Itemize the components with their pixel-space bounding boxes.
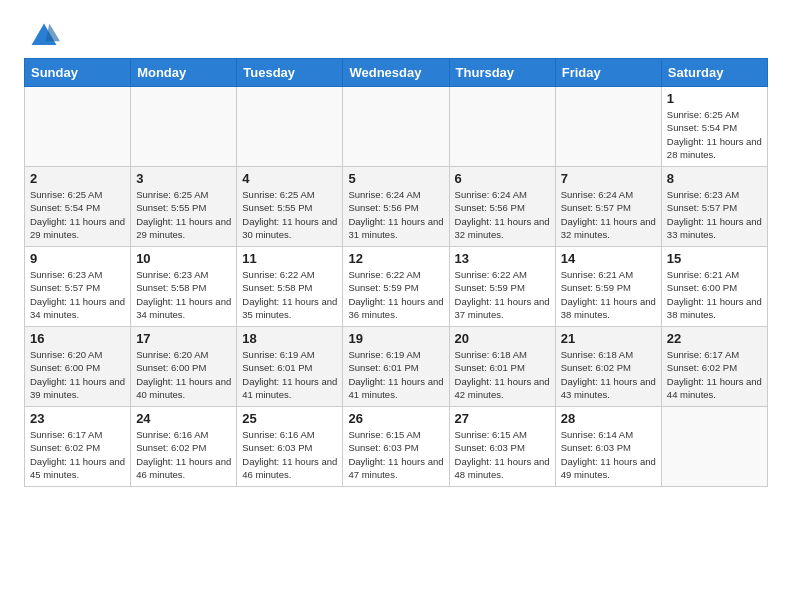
day-info: Sunrise: 6:18 AM Sunset: 6:01 PM Dayligh… [455,348,550,401]
day-number: 12 [348,251,443,266]
calendar-cell: 24Sunrise: 6:16 AM Sunset: 6:02 PM Dayli… [131,407,237,487]
calendar-cell: 25Sunrise: 6:16 AM Sunset: 6:03 PM Dayli… [237,407,343,487]
day-number: 7 [561,171,656,186]
calendar-cell [343,87,449,167]
day-number: 1 [667,91,762,106]
day-number: 18 [242,331,337,346]
day-info: Sunrise: 6:19 AM Sunset: 6:01 PM Dayligh… [348,348,443,401]
calendar-cell: 26Sunrise: 6:15 AM Sunset: 6:03 PM Dayli… [343,407,449,487]
calendar-cell [449,87,555,167]
day-number: 14 [561,251,656,266]
calendar-week-row: 16Sunrise: 6:20 AM Sunset: 6:00 PM Dayli… [25,327,768,407]
calendar-cell: 18Sunrise: 6:19 AM Sunset: 6:01 PM Dayli… [237,327,343,407]
day-number: 4 [242,171,337,186]
day-number: 16 [30,331,125,346]
day-number: 2 [30,171,125,186]
calendar-cell: 2Sunrise: 6:25 AM Sunset: 5:54 PM Daylig… [25,167,131,247]
day-info: Sunrise: 6:17 AM Sunset: 6:02 PM Dayligh… [30,428,125,481]
day-info: Sunrise: 6:22 AM Sunset: 5:58 PM Dayligh… [242,268,337,321]
calendar-cell: 27Sunrise: 6:15 AM Sunset: 6:03 PM Dayli… [449,407,555,487]
day-info: Sunrise: 6:24 AM Sunset: 5:57 PM Dayligh… [561,188,656,241]
day-number: 11 [242,251,337,266]
day-info: Sunrise: 6:16 AM Sunset: 6:02 PM Dayligh… [136,428,231,481]
day-number: 27 [455,411,550,426]
day-number: 24 [136,411,231,426]
day-info: Sunrise: 6:16 AM Sunset: 6:03 PM Dayligh… [242,428,337,481]
calendar-cell [237,87,343,167]
calendar-cell: 9Sunrise: 6:23 AM Sunset: 5:57 PM Daylig… [25,247,131,327]
day-info: Sunrise: 6:23 AM Sunset: 5:58 PM Dayligh… [136,268,231,321]
calendar-cell: 7Sunrise: 6:24 AM Sunset: 5:57 PM Daylig… [555,167,661,247]
day-info: Sunrise: 6:22 AM Sunset: 5:59 PM Dayligh… [348,268,443,321]
calendar-cell [661,407,767,487]
day-info: Sunrise: 6:24 AM Sunset: 5:56 PM Dayligh… [348,188,443,241]
calendar-week-row: 9Sunrise: 6:23 AM Sunset: 5:57 PM Daylig… [25,247,768,327]
calendar-header-sunday: Sunday [25,59,131,87]
calendar-header-friday: Friday [555,59,661,87]
day-info: Sunrise: 6:22 AM Sunset: 5:59 PM Dayligh… [455,268,550,321]
calendar-cell: 17Sunrise: 6:20 AM Sunset: 6:00 PM Dayli… [131,327,237,407]
page: SundayMondayTuesdayWednesdayThursdayFrid… [0,0,792,503]
calendar-cell: 13Sunrise: 6:22 AM Sunset: 5:59 PM Dayli… [449,247,555,327]
calendar-cell: 4Sunrise: 6:25 AM Sunset: 5:55 PM Daylig… [237,167,343,247]
day-info: Sunrise: 6:17 AM Sunset: 6:02 PM Dayligh… [667,348,762,401]
calendar-week-row: 23Sunrise: 6:17 AM Sunset: 6:02 PM Dayli… [25,407,768,487]
day-info: Sunrise: 6:18 AM Sunset: 6:02 PM Dayligh… [561,348,656,401]
calendar-cell: 22Sunrise: 6:17 AM Sunset: 6:02 PM Dayli… [661,327,767,407]
day-info: Sunrise: 6:24 AM Sunset: 5:56 PM Dayligh… [455,188,550,241]
day-number: 13 [455,251,550,266]
day-number: 10 [136,251,231,266]
calendar-week-row: 1Sunrise: 6:25 AM Sunset: 5:54 PM Daylig… [25,87,768,167]
header [24,20,768,48]
calendar-cell: 19Sunrise: 6:19 AM Sunset: 6:01 PM Dayli… [343,327,449,407]
calendar-header-thursday: Thursday [449,59,555,87]
calendar-cell: 20Sunrise: 6:18 AM Sunset: 6:01 PM Dayli… [449,327,555,407]
calendar: SundayMondayTuesdayWednesdayThursdayFrid… [24,58,768,487]
calendar-header-monday: Monday [131,59,237,87]
calendar-cell: 11Sunrise: 6:22 AM Sunset: 5:58 PM Dayli… [237,247,343,327]
day-number: 15 [667,251,762,266]
calendar-header-row: SundayMondayTuesdayWednesdayThursdayFrid… [25,59,768,87]
day-number: 6 [455,171,550,186]
day-info: Sunrise: 6:19 AM Sunset: 6:01 PM Dayligh… [242,348,337,401]
calendar-cell: 28Sunrise: 6:14 AM Sunset: 6:03 PM Dayli… [555,407,661,487]
day-info: Sunrise: 6:20 AM Sunset: 6:00 PM Dayligh… [30,348,125,401]
day-number: 5 [348,171,443,186]
calendar-cell [555,87,661,167]
calendar-cell: 16Sunrise: 6:20 AM Sunset: 6:00 PM Dayli… [25,327,131,407]
day-info: Sunrise: 6:15 AM Sunset: 6:03 PM Dayligh… [455,428,550,481]
day-info: Sunrise: 6:14 AM Sunset: 6:03 PM Dayligh… [561,428,656,481]
day-number: 20 [455,331,550,346]
calendar-header-tuesday: Tuesday [237,59,343,87]
day-number: 23 [30,411,125,426]
svg-marker-1 [46,24,60,42]
day-number: 28 [561,411,656,426]
calendar-cell: 5Sunrise: 6:24 AM Sunset: 5:56 PM Daylig… [343,167,449,247]
day-number: 22 [667,331,762,346]
day-info: Sunrise: 6:15 AM Sunset: 6:03 PM Dayligh… [348,428,443,481]
calendar-cell: 23Sunrise: 6:17 AM Sunset: 6:02 PM Dayli… [25,407,131,487]
day-number: 3 [136,171,231,186]
calendar-header-wednesday: Wednesday [343,59,449,87]
day-info: Sunrise: 6:21 AM Sunset: 5:59 PM Dayligh… [561,268,656,321]
day-info: Sunrise: 6:25 AM Sunset: 5:54 PM Dayligh… [30,188,125,241]
calendar-cell: 21Sunrise: 6:18 AM Sunset: 6:02 PM Dayli… [555,327,661,407]
calendar-cell: 12Sunrise: 6:22 AM Sunset: 5:59 PM Dayli… [343,247,449,327]
day-info: Sunrise: 6:21 AM Sunset: 6:00 PM Dayligh… [667,268,762,321]
day-info: Sunrise: 6:25 AM Sunset: 5:54 PM Dayligh… [667,108,762,161]
day-info: Sunrise: 6:23 AM Sunset: 5:57 PM Dayligh… [667,188,762,241]
day-number: 26 [348,411,443,426]
logo-icon [28,20,60,52]
logo [24,20,60,48]
day-info: Sunrise: 6:25 AM Sunset: 5:55 PM Dayligh… [136,188,231,241]
day-number: 9 [30,251,125,266]
calendar-header-saturday: Saturday [661,59,767,87]
day-number: 19 [348,331,443,346]
day-info: Sunrise: 6:20 AM Sunset: 6:00 PM Dayligh… [136,348,231,401]
calendar-cell: 6Sunrise: 6:24 AM Sunset: 5:56 PM Daylig… [449,167,555,247]
calendar-cell: 15Sunrise: 6:21 AM Sunset: 6:00 PM Dayli… [661,247,767,327]
day-number: 17 [136,331,231,346]
calendar-cell: 10Sunrise: 6:23 AM Sunset: 5:58 PM Dayli… [131,247,237,327]
day-info: Sunrise: 6:25 AM Sunset: 5:55 PM Dayligh… [242,188,337,241]
calendar-cell: 3Sunrise: 6:25 AM Sunset: 5:55 PM Daylig… [131,167,237,247]
